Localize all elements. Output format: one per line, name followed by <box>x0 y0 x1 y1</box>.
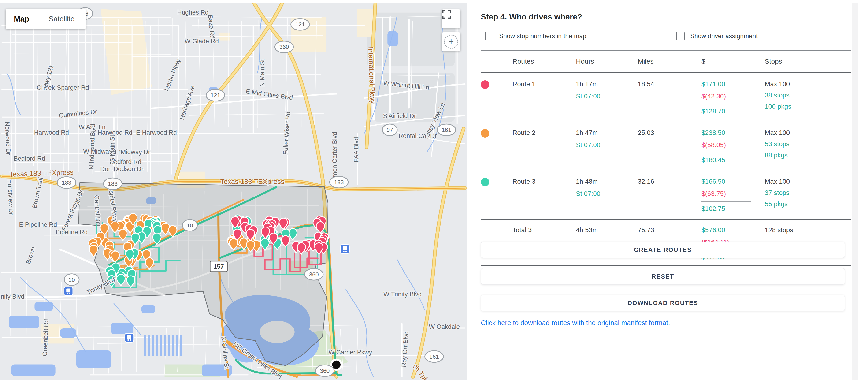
route-revenue: $171.00 <box>702 80 765 88</box>
svg-text:N Main St: N Main St <box>259 59 266 87</box>
map-type-toggle: Map Satellite <box>6 9 86 29</box>
svg-text:360: 360 <box>309 271 318 277</box>
svg-text:W Oakdale: W Oakdale <box>429 323 460 330</box>
route-stops-cell: Max 100 38 stops 100 pkgs <box>765 80 851 116</box>
route-miles: 25.03 <box>638 128 702 164</box>
svg-text:S Airfield Dr: S Airfield Dr <box>383 113 416 119</box>
checkbox-box[interactable] <box>676 32 685 40</box>
route-pkgs: 55 pkgs <box>765 200 851 208</box>
route-cost-cell: $171.00 $(42.30) $128.70 <box>702 80 765 116</box>
svg-text:W Glade Rd: W Glade Rd <box>185 38 219 45</box>
download-routes-button[interactable]: DOWNLOAD ROUTES <box>481 295 845 311</box>
download-manifest-link[interactable]: Click here to download routes with the o… <box>481 319 670 327</box>
page-scrollbar[interactable] <box>852 3 859 380</box>
svg-text:E Pipeline Rd: E Pipeline Rd <box>19 221 57 228</box>
svg-text:183: 183 <box>108 181 118 187</box>
route-miles: 18.54 <box>638 80 702 116</box>
checkbox-box[interactable] <box>485 32 494 40</box>
svg-text:Trinity Blvd: Trinity Blvd <box>0 293 24 300</box>
satellite-view-button[interactable]: Satellite <box>37 9 86 29</box>
route-cost: $(58.05) <box>702 141 765 149</box>
svg-text:97: 97 <box>386 127 393 133</box>
transit-station-icon[interactable] <box>341 244 349 254</box>
fullscreen-button[interactable] <box>442 9 461 28</box>
route-miles: 32.16 <box>638 177 702 213</box>
svg-text:Hurstview Dr: Hurstview Dr <box>6 179 15 215</box>
route-max: Max 100 <box>765 177 851 186</box>
checkbox-label: Show driver assignment <box>690 33 758 40</box>
route-divider <box>702 104 751 104</box>
svg-text:157: 157 <box>213 263 224 270</box>
route-cost-cell: $166.50 $(63.75) $102.75 <box>702 177 765 213</box>
svg-text:Rental Car Dr: Rental Car Dr <box>398 133 437 139</box>
route-net: $180.45 <box>702 156 765 164</box>
route-hours-cell: 1h 48m St 07:00 <box>576 177 638 213</box>
reset-button[interactable]: RESET <box>481 268 845 285</box>
header-cost: $ <box>702 58 765 65</box>
table-row: Route 1 1h 17m St 07:00 18.54 $171.00 $(… <box>481 73 851 122</box>
svg-text:E Harwood Rd: E Harwood Rd <box>136 129 177 136</box>
header-routes: Routes <box>513 58 576 65</box>
header-hours: Hours <box>576 58 638 65</box>
svg-text:Amon Carter Blvd: Amon Carter Blvd <box>331 132 338 181</box>
route-name: Route 3 <box>513 177 576 213</box>
route-color-dot <box>481 80 489 89</box>
svg-text:E Midway Dr: E Midway Dr <box>115 149 150 155</box>
route-stops-cell: Max 100 53 stops 88 pkgs <box>765 128 851 164</box>
route-cost-cell: $238.50 $(58.05) $180.45 <box>702 128 765 164</box>
transit-station-icon[interactable] <box>125 333 134 342</box>
map-view-button[interactable]: Map <box>6 9 37 29</box>
route-pkgs: 100 pkgs <box>765 103 851 111</box>
zoom-in-button[interactable]: + <box>442 32 461 51</box>
route-name: Route 2 <box>513 128 576 164</box>
svg-text:121: 121 <box>211 92 220 99</box>
route-stops: 53 stops <box>765 140 851 148</box>
page-top-strip <box>0 0 868 3</box>
svg-text:W Carrier Pkwy: W Carrier Pkwy <box>329 349 372 356</box>
show-stop-numbers-checkbox[interactable]: Show stop numbers in the map <box>485 32 586 40</box>
route-color-dot <box>481 178 489 186</box>
route-duration: 1h 47m <box>576 128 638 137</box>
route-color-dot <box>481 129 489 138</box>
route-revenue: $166.50 <box>702 177 765 186</box>
route-max: Max 100 <box>765 80 851 88</box>
route-pkgs: 88 pkgs <box>765 151 851 159</box>
route-start-time: St 07:00 <box>576 189 638 198</box>
route-divider <box>702 152 751 153</box>
transit-station-icon[interactable] <box>64 287 73 296</box>
table-row: Route 3 1h 48m St 07:00 32.16 $166.50 $(… <box>481 170 851 219</box>
header-miles: Miles <box>638 58 702 65</box>
options-row: Show stop numbers in the map Show driver… <box>481 32 845 41</box>
route-start-time: St 07:00 <box>576 141 638 149</box>
svg-text:10: 10 <box>68 277 75 283</box>
map-canvas[interactable]: Hughes RdBaze RdW Glade RdW Glade RdChee… <box>0 3 467 380</box>
table-row: Route 2 1h 47m St 07:00 25.03 $238.50 $(… <box>481 122 851 170</box>
total-revenue: $576.00 <box>702 226 765 234</box>
svg-text:W Trinity Blvd: W Trinity Blvd <box>383 291 422 298</box>
svg-text:161: 161 <box>429 353 439 360</box>
route-hours-cell: 1h 17m St 07:00 <box>576 80 638 116</box>
route-start-time: St 07:00 <box>576 92 638 100</box>
svg-text:Harwood Rd: Harwood Rd <box>34 129 69 136</box>
checkbox-label: Show stop numbers in the map <box>499 33 586 40</box>
map-svg[interactable]: Hughes RdBaze RdW Glade RdW Glade RdChee… <box>0 3 467 380</box>
table-body: Route 1 1h 17m St 07:00 18.54 $171.00 $(… <box>481 73 851 219</box>
route-stops: 38 stops <box>765 91 851 99</box>
svg-text:FAA Blvd: FAA Blvd <box>353 137 360 163</box>
show-driver-assignment-checkbox[interactable]: Show driver assignment <box>676 32 758 40</box>
route-summary-panel: Step 4. Who drives where? Show stop numb… <box>467 3 852 380</box>
route-planner-page: { "header": { "title": "Step 4. Who driv… <box>0 0 868 380</box>
table-header-row: Routes Hours Miles $ Stops <box>481 51 851 73</box>
svg-text:10: 10 <box>187 222 193 229</box>
svg-text:183: 183 <box>62 179 71 186</box>
route-max: Max 100 <box>765 128 851 137</box>
route-net: $102.75 <box>702 205 765 213</box>
svg-text:Pipeline Rd: Pipeline Rd <box>56 229 88 236</box>
svg-text:Bedford Rd: Bedford Rd <box>13 155 45 162</box>
create-routes-button[interactable]: CREATE ROUTES <box>481 241 845 258</box>
route-duration: 1h 48m <box>576 177 638 186</box>
fullscreen-icon <box>442 9 452 19</box>
svg-text:Texas 183 TEXpress: Texas 183 TEXpress <box>220 178 284 185</box>
svg-text:360: 360 <box>279 44 289 50</box>
route-revenue: $238.50 <box>702 128 765 137</box>
